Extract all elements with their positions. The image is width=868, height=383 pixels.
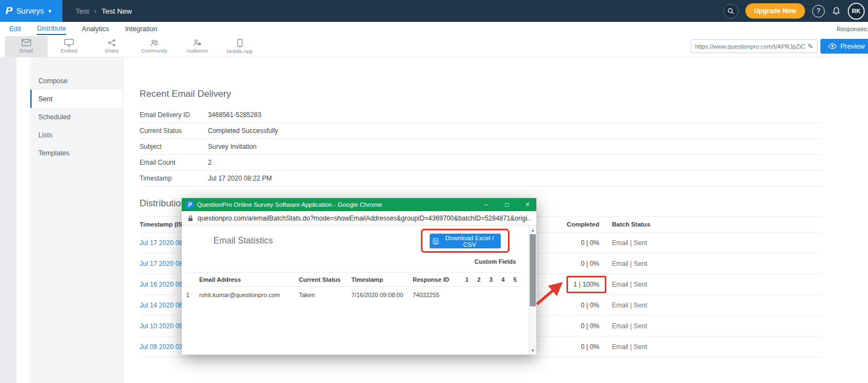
questionpro-logo: P bbox=[5, 5, 13, 17]
email-icon bbox=[21, 39, 31, 47]
left-gutter bbox=[0, 57, 16, 383]
upgrade-now-button[interactable]: Upgrade Now bbox=[745, 3, 805, 19]
col-custom-3: 3 bbox=[485, 276, 497, 283]
delivery-row: Subject Survey Invitation bbox=[140, 139, 821, 155]
breadcrumb-page: Test New bbox=[101, 7, 132, 15]
popup-scrollbar[interactable]: ▲ ▼ bbox=[529, 225, 536, 355]
download-label: Download Excel / CSV bbox=[442, 235, 497, 248]
share-icon bbox=[107, 39, 116, 47]
channel-email[interactable]: Email bbox=[5, 36, 48, 57]
delivery-row: Timestamp Jul 17 2020 08:22 PM bbox=[140, 171, 821, 187]
survey-url-field[interactable]: https://www.questionpro.com/t/APRJpZiCB … bbox=[691, 39, 818, 53]
delivery-row: Current Status Completed Successfully bbox=[140, 123, 821, 139]
sidebar-item-label: Templates bbox=[38, 149, 70, 157]
scroll-up-icon[interactable]: ▲ bbox=[529, 226, 536, 234]
sidebar-item-label: Sent bbox=[38, 95, 53, 103]
sidebar-item-lists[interactable]: Lists bbox=[30, 126, 123, 144]
sidebar-item-label: Compose bbox=[38, 77, 68, 85]
close-button[interactable]: × bbox=[519, 198, 536, 211]
community-icon bbox=[149, 39, 159, 47]
breadcrumb: Test › Test New bbox=[76, 7, 132, 15]
delivery-label: Email Count bbox=[140, 159, 208, 166]
row-response-id: 74032255 bbox=[413, 292, 461, 298]
notifications-button[interactable] bbox=[832, 7, 841, 16]
history-completed: 0 | 0% bbox=[547, 260, 599, 268]
product-switcher[interactable]: P Surveys ▾ bbox=[0, 0, 62, 22]
lock-icon bbox=[188, 215, 193, 222]
history-completed: 0 | 0% bbox=[547, 239, 599, 247]
sidebar-item-templates[interactable]: Templates bbox=[30, 144, 123, 162]
scrollbar-thumb[interactable] bbox=[530, 234, 536, 306]
col-email-address: Email Address bbox=[199, 276, 299, 283]
delivery-value: Completed Successfully bbox=[208, 127, 278, 135]
channel-label: Mobile App bbox=[227, 48, 252, 54]
preview-label: Preview bbox=[841, 43, 865, 50]
custom-fields-label: Custom Fields bbox=[465, 258, 525, 265]
channel-label: Embed bbox=[61, 48, 77, 54]
channel-community[interactable]: Community bbox=[133, 36, 176, 57]
tab-integration[interactable]: Integration bbox=[124, 23, 158, 34]
question-icon: ? bbox=[817, 7, 820, 15]
delivery-row: Email Count 2 bbox=[140, 155, 821, 171]
delivery-label: Timestamp bbox=[140, 175, 208, 182]
row-timestamp: 7/16/2020 09:08:00 bbox=[351, 292, 413, 298]
completed-highlight-annotation: 1 | 100% bbox=[566, 276, 606, 293]
avatar[interactable]: RK bbox=[848, 3, 865, 20]
edit-url-icon[interactable]: ✎ bbox=[808, 43, 813, 50]
col-timestamp: Timestamp bbox=[351, 276, 413, 283]
survey-url-text: https://www.questionpro.com/t/APRJpZiCB bbox=[695, 43, 806, 50]
popup-address-bar[interactable]: questionpro.com/a/emailBatchStats.do?mod… bbox=[182, 211, 536, 225]
email-statistics-title: Email Statistics bbox=[213, 236, 273, 246]
scroll-down-icon[interactable]: ▼ bbox=[529, 346, 536, 354]
download-excel-csv-button[interactable]: Download Excel / CSV bbox=[430, 234, 501, 248]
delivery-label: Email Delivery ID bbox=[140, 111, 208, 119]
history-completed: 0 | 0% bbox=[547, 322, 599, 330]
channel-label: Audience bbox=[186, 48, 208, 54]
breadcrumb-survey[interactable]: Test bbox=[76, 7, 89, 15]
col-custom-5: 5 bbox=[509, 276, 521, 283]
history-batch-status: Email | Sent bbox=[612, 239, 699, 247]
tab-distribute[interactable]: Distribute bbox=[37, 22, 67, 35]
channel-mobile-app[interactable]: Mobile App bbox=[218, 36, 261, 57]
product-label: Surveys bbox=[16, 7, 44, 15]
delivery-value: Survey Invitation bbox=[208, 143, 257, 150]
delivery-label: Subject bbox=[140, 143, 208, 150]
delivery-value: Jul 17 2020 08:22 PM bbox=[208, 175, 272, 182]
channel-share[interactable]: Share bbox=[90, 36, 133, 57]
breadcrumb-separator: › bbox=[94, 7, 97, 15]
minimize-button[interactable]: – bbox=[477, 198, 495, 211]
sidebar-item-scheduled[interactable]: Scheduled bbox=[30, 108, 123, 126]
help-button[interactable]: ? bbox=[812, 5, 825, 18]
col-custom-4: 4 bbox=[497, 276, 509, 283]
channel-audience[interactable]: Audience bbox=[176, 36, 218, 57]
col-completed: Completed bbox=[547, 221, 599, 228]
popup-body: Email Statistics Download Excel / CSV Cu… bbox=[182, 225, 536, 355]
search-button[interactable] bbox=[724, 4, 738, 19]
channel-label: Share bbox=[105, 48, 118, 54]
audience-icon bbox=[192, 39, 202, 47]
avatar-initials: RK bbox=[852, 8, 861, 14]
tab-analytics[interactable]: Analytics bbox=[81, 23, 109, 34]
top-bar: P Surveys ▾ Test › Test New Upgrade Now … bbox=[0, 0, 868, 22]
channel-label: Community bbox=[141, 48, 167, 54]
bell-icon bbox=[832, 7, 841, 16]
email-sidebar: Compose Sent Scheduled Lists Templates bbox=[30, 57, 123, 383]
popup-window-title: QuestionPro Online Survey Software Appli… bbox=[197, 201, 474, 208]
channel-embed[interactable]: Embed bbox=[48, 36, 90, 57]
popup-title-bar[interactable]: P QuestionPro Online Survey Software App… bbox=[182, 198, 536, 211]
tab-edit[interactable]: Edit bbox=[9, 23, 22, 34]
responses-count[interactable]: Responses: 1 bbox=[837, 26, 868, 32]
sidebar-item-sent[interactable]: Sent bbox=[30, 90, 123, 108]
sidebar-item-label: Lists bbox=[38, 131, 53, 139]
preview-button[interactable]: Preview bbox=[820, 39, 868, 54]
embed-icon bbox=[64, 39, 74, 47]
delivery-row: Email Delivery ID 3468561-5285283 bbox=[140, 107, 821, 123]
delivery-label: Current Status bbox=[140, 127, 208, 135]
row-index: 1 bbox=[186, 292, 199, 298]
stats-row: 1 rohit.kumar@questionpro.com Taken 7/16… bbox=[186, 287, 521, 303]
sidebar-item-compose[interactable]: Compose bbox=[30, 72, 123, 90]
col-current-status: Current Status bbox=[299, 276, 351, 283]
maximize-button[interactable]: □ bbox=[498, 198, 516, 211]
col-custom-2: 2 bbox=[473, 276, 485, 283]
survey-nav-tabs: Edit Distribute Analytics Integration Re… bbox=[0, 22, 868, 36]
